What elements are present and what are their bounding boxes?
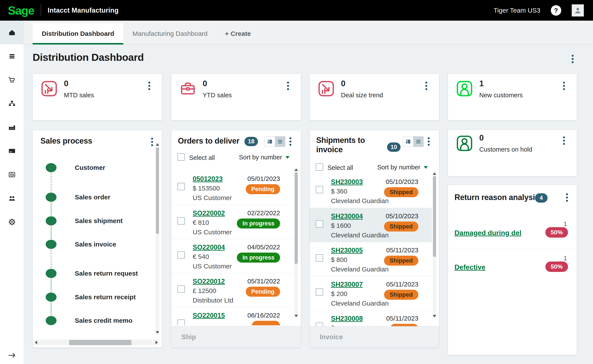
scroll-down-arrow[interactable]	[156, 331, 159, 334]
row-checkbox[interactable]	[316, 254, 323, 262]
sidebar-item-orders[interactable]	[0, 68, 24, 92]
process-step-label: Sales order	[75, 194, 110, 201]
sidebar-item-settings[interactable]	[0, 210, 24, 234]
reason-link[interactable]: Damaged during del	[454, 229, 521, 237]
scroll-up-arrow[interactable]	[156, 143, 159, 146]
ship-button[interactable]: Ship	[171, 326, 301, 347]
row-checkbox[interactable]	[316, 288, 323, 296]
row-checkbox[interactable]	[177, 319, 185, 325]
card-kebab-menu[interactable]	[145, 80, 153, 93]
shipment-link[interactable]: SH230003	[331, 178, 363, 186]
sidebar-item-contacts[interactable]	[0, 186, 24, 210]
vertical-scrollbar[interactable]	[294, 168, 298, 318]
card-title: Orders to deliver	[178, 136, 239, 145]
company-name[interactable]: Tiger Team US3	[494, 7, 540, 14]
order-link[interactable]: SO220012	[193, 278, 225, 285]
order-link[interactable]: SO220015	[193, 312, 225, 319]
row-checkbox[interactable]	[316, 323, 323, 326]
vertical-scrollbar[interactable]	[433, 172, 436, 318]
person-badge-icon	[456, 135, 473, 152]
select-all-checkbox[interactable]	[316, 163, 323, 171]
card-kebab-menu[interactable]	[422, 80, 430, 93]
shipment-date: 05/10/2023	[386, 212, 418, 220]
select-all-checkbox[interactable]	[177, 153, 185, 161]
process-step-node[interactable]	[46, 216, 57, 225]
sort-dropdown[interactable]: Sort by number	[377, 164, 428, 171]
order-link[interactable]: SO220004	[193, 243, 225, 251]
return-reason-analysis-card: Return reason analysis 4 1 Damaged durin…	[448, 185, 577, 355]
list-view-icon	[276, 138, 283, 145]
card-kebab-menu[interactable]	[286, 136, 294, 149]
shipment-link[interactable]: SH230004	[331, 212, 363, 220]
sidebar-item-manufacturing[interactable]	[0, 115, 24, 139]
tab-distribution-dashboard[interactable]: Distribution Dashboard	[33, 23, 123, 44]
scroll-left-arrow[interactable]	[35, 341, 37, 344]
row-checkbox[interactable]	[316, 220, 323, 228]
process-connector	[51, 279, 52, 292]
scrollbar-thumb[interactable]	[69, 340, 131, 345]
scrollbar-thumb[interactable]	[295, 172, 298, 264]
shipment-row: SH230007 $ 200 Cleveland Guardian 05/11/…	[310, 276, 432, 310]
user-avatar[interactable]	[572, 4, 584, 17]
kebab-icon	[287, 82, 289, 84]
card-kebab-menu[interactable]	[425, 136, 433, 149]
card-kebab-menu[interactable]	[563, 192, 571, 205]
scroll-right-arrow[interactable]	[155, 341, 158, 344]
scroll-down-arrow[interactable]	[433, 315, 436, 317]
app-screen: Sage Intacct Manufacturing Tiger Team US…	[0, 0, 593, 364]
sidebar-item-hierarchy[interactable]	[0, 92, 24, 115]
card-kebab-menu[interactable]	[148, 136, 156, 149]
order-link[interactable]: 05012023	[193, 175, 223, 183]
row-checkbox[interactable]	[177, 217, 185, 225]
order-link[interactable]: SO220002	[193, 209, 225, 217]
scrollbar-thumb[interactable]	[433, 176, 436, 257]
card-view-icon	[405, 138, 412, 145]
shipment-link[interactable]: SH230005	[331, 247, 363, 254]
sidebar-item-home[interactable]	[0, 21, 24, 44]
row-checkbox[interactable]	[177, 251, 185, 259]
sidebar-expand-button[interactable]	[0, 350, 24, 361]
process-step-node[interactable]	[46, 163, 57, 172]
sort-dropdown[interactable]: Sort by number	[239, 154, 290, 161]
scroll-down-arrow[interactable]	[294, 315, 298, 317]
invoice-button[interactable]: Invoice	[310, 326, 439, 347]
kpi-value: 0	[64, 79, 68, 88]
process-connector	[51, 226, 52, 239]
kpi-card-ytd-sales: 0 YTD sales	[171, 74, 301, 120]
card-view-button[interactable]	[265, 136, 275, 147]
reason-link[interactable]: Defective	[454, 263, 485, 271]
sidebar-item-banking[interactable]	[0, 139, 24, 163]
sidebar-item-journals[interactable]	[0, 44, 24, 68]
vertical-scrollbar[interactable]	[156, 143, 159, 334]
list-view-button[interactable]	[413, 136, 423, 147]
tab-create[interactable]: + Create	[217, 23, 259, 44]
row-checkbox[interactable]	[316, 186, 323, 193]
row-checkbox[interactable]	[177, 285, 185, 293]
scroll-up-arrow[interactable]	[294, 169, 298, 171]
process-step-node[interactable]	[46, 316, 57, 325]
process-step-node[interactable]	[46, 240, 57, 249]
scroll-up-arrow[interactable]	[433, 172, 436, 175]
card-view-button[interactable]	[403, 136, 413, 147]
card-kebab-menu[interactable]	[560, 80, 568, 93]
process-step-node[interactable]	[46, 269, 57, 278]
sidebar-item-ledger[interactable]: $	[0, 163, 24, 186]
horizontal-scrollbar[interactable]	[34, 340, 159, 345]
status-badge: Pending	[246, 287, 280, 297]
card-kebab-menu[interactable]	[284, 80, 292, 93]
shipment-link[interactable]: SH230007	[331, 281, 363, 288]
help-icon[interactable]: ?	[551, 5, 561, 16]
card-kebab-menu[interactable]	[560, 135, 568, 148]
sage-logo[interactable]: Sage	[8, 4, 34, 17]
process-step-node[interactable]	[46, 292, 57, 302]
scrollbar-thumb[interactable]	[156, 148, 159, 234]
reason-count: 1	[563, 220, 567, 228]
tab-manufacturing-dashboard[interactable]: Manufacturing Dashboard	[123, 23, 216, 44]
process-step-node[interactable]	[46, 193, 57, 202]
shipment-link[interactable]: SH230008	[331, 315, 363, 323]
list-view-button[interactable]	[275, 136, 285, 147]
count-badge: 4	[535, 193, 547, 203]
sort-label: Sort by number	[377, 164, 420, 171]
row-checkbox[interactable]	[177, 183, 185, 190]
page-kebab-menu[interactable]	[568, 53, 577, 66]
